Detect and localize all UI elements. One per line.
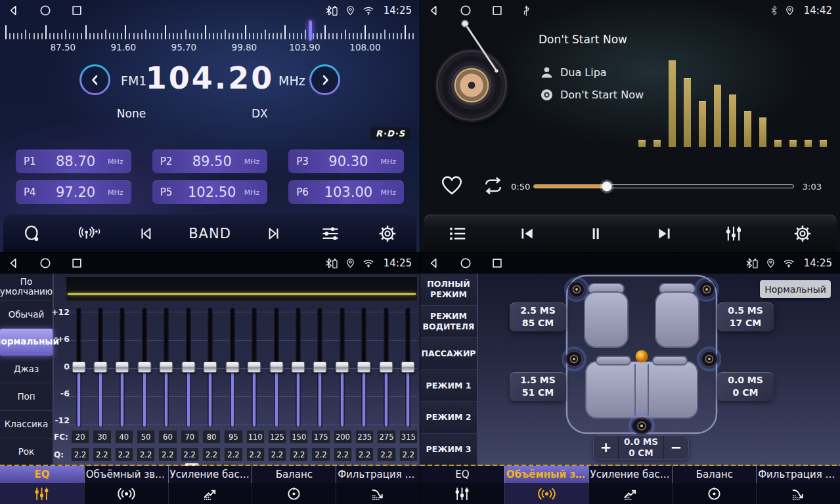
playlist-icon[interactable] xyxy=(443,225,473,242)
q-value[interactable]: 2.2 xyxy=(181,448,199,461)
eq-band-slider[interactable] xyxy=(267,308,285,427)
fc-value[interactable]: 315 xyxy=(399,430,418,444)
fc-value[interactable]: 175 xyxy=(311,430,330,444)
equalizer-settings-icon[interactable] xyxy=(718,225,749,242)
nav-home-icon[interactable] xyxy=(460,257,472,269)
nav-home-icon[interactable] xyxy=(460,5,472,16)
eq-preset-item[interactable]: Нормальный xyxy=(0,329,53,356)
eq-preset-item[interactable]: Поп xyxy=(0,383,53,411)
q-value[interactable]: 2.2 xyxy=(268,448,286,461)
band-button[interactable]: BAND xyxy=(188,226,231,242)
album-art-vinyl[interactable] xyxy=(436,50,507,121)
eq-preset-item[interactable]: Джаз xyxy=(0,356,53,384)
fc-value[interactable]: 20 xyxy=(71,430,89,444)
tune-up-button[interactable] xyxy=(309,64,340,95)
fc-value[interactable]: 80 xyxy=(202,430,221,444)
fc-value[interactable]: 110 xyxy=(246,430,265,444)
q-value[interactable]: 2.2 xyxy=(311,448,330,461)
scan-icon[interactable] xyxy=(17,224,47,243)
q-value[interactable]: 2.2 xyxy=(399,448,418,461)
eq-band-slider[interactable] xyxy=(202,308,219,427)
eq-band-slider[interactable] xyxy=(355,308,373,427)
q-value[interactable]: 2.2 xyxy=(93,448,111,461)
delay-rear-left-button[interactable]: 1.5 MS 51 CM xyxy=(510,372,566,401)
q-value[interactable]: 2.2 xyxy=(246,448,265,461)
q-value[interactable]: 2.2 xyxy=(290,448,308,461)
settings-gear-icon[interactable] xyxy=(372,224,403,243)
slider-handle[interactable] xyxy=(93,362,107,373)
q-value[interactable]: 2.2 xyxy=(377,448,395,461)
seek-bar[interactable] xyxy=(533,184,794,188)
q-value[interactable]: 2.2 xyxy=(202,448,221,461)
pause-icon[interactable] xyxy=(581,225,611,242)
listening-mode-item[interactable]: РЕЖИМ 3 xyxy=(420,434,477,466)
q-value[interactable]: 2.2 xyxy=(355,448,374,461)
q-value[interactable]: 2.2 xyxy=(137,448,155,461)
eq-band-slider[interactable] xyxy=(311,308,329,427)
tab-crossover[interactable]: Фильтрация ба... xyxy=(336,466,420,504)
delay-rear-right-button[interactable]: 0.0 MS 0 CM xyxy=(717,372,774,401)
eq-band-slider[interactable] xyxy=(223,308,241,427)
eq-band-slider[interactable] xyxy=(399,308,417,427)
slider-handle[interactable] xyxy=(225,362,239,373)
slider-handle[interactable] xyxy=(248,362,261,373)
fc-value[interactable]: 275 xyxy=(377,430,395,444)
eq-band-slider[interactable] xyxy=(158,308,175,427)
slider-handle[interactable] xyxy=(181,362,195,373)
fc-value[interactable]: 70 xyxy=(181,430,199,444)
slider-handle[interactable] xyxy=(379,362,393,373)
eq-preset-item[interactable]: Обычай xyxy=(0,301,53,329)
fc-value[interactable]: 235 xyxy=(355,430,374,444)
delay-decrease-button[interactable]: − xyxy=(664,436,688,459)
tab-crossover[interactable]: Фильтрация ба... xyxy=(756,466,840,504)
delay-front-right-button[interactable]: 0.5 MS 17 CM xyxy=(717,303,774,331)
tune-down-button[interactable] xyxy=(79,64,110,95)
next-station-icon[interactable] xyxy=(258,225,288,242)
preset-button-p6[interactable]: P6103.00MHz xyxy=(288,180,404,204)
equalizer-settings-icon[interactable] xyxy=(315,225,345,242)
eq-band-slider[interactable] xyxy=(114,308,131,427)
slider-handle[interactable] xyxy=(116,362,129,373)
tab-balance[interactable]: Баланс xyxy=(672,466,756,504)
tab-surround[interactable]: Объёмный звук xyxy=(84,466,168,504)
eq-band-slider[interactable] xyxy=(70,308,87,427)
previous-station-icon[interactable] xyxy=(131,225,162,242)
listening-mode-item[interactable]: РЕЖИМ 2 xyxy=(420,402,477,434)
nav-recents-icon[interactable] xyxy=(71,257,83,269)
delay-front-left-button[interactable]: 2.5 MS 85 CM xyxy=(510,303,566,331)
listening-mode-item[interactable]: ПОЛНЫЙ РЕЖИМ xyxy=(420,274,477,306)
q-value[interactable]: 2.2 xyxy=(224,448,242,461)
fc-value[interactable]: 200 xyxy=(334,430,352,444)
preset-button-p1[interactable]: P188.70MHz xyxy=(16,150,131,173)
slider-handle[interactable] xyxy=(137,362,151,373)
frequency-scale[interactable] xyxy=(5,24,414,39)
fc-value[interactable]: 150 xyxy=(290,430,308,444)
preset-button-p5[interactable]: P5102.50MHz xyxy=(152,180,268,204)
nav-home-icon[interactable] xyxy=(39,5,51,16)
tab-bass-boost[interactable]: Усиление басов xyxy=(168,466,252,504)
favorite-heart-icon[interactable] xyxy=(440,175,464,196)
stage-preset-button[interactable]: Нормальный xyxy=(760,280,831,298)
fc-value[interactable]: 30 xyxy=(93,430,111,444)
previous-track-icon[interactable] xyxy=(512,225,542,242)
tab-eq[interactable]: EQ xyxy=(0,466,84,504)
slider-handle[interactable] xyxy=(335,362,349,373)
fc-value[interactable]: 95 xyxy=(224,430,242,444)
eq-band-slider[interactable] xyxy=(91,308,109,427)
slider-handle[interactable] xyxy=(204,362,217,373)
dx-local-mode[interactable]: DX xyxy=(252,107,268,120)
eq-preset-item[interactable]: Классика xyxy=(0,411,53,438)
eq-band-slider[interactable] xyxy=(135,308,153,427)
eq-preset-item[interactable]: Рок xyxy=(0,438,53,466)
slider-handle[interactable] xyxy=(292,362,305,373)
q-value[interactable]: 2.2 xyxy=(158,448,177,461)
next-track-icon[interactable] xyxy=(650,225,680,242)
slider-handle[interactable] xyxy=(313,362,327,373)
eq-band-slider[interactable] xyxy=(290,308,307,427)
nav-recents-icon[interactable] xyxy=(491,257,503,269)
slider-handle[interactable] xyxy=(269,362,283,373)
tab-surround[interactable]: Объёмный звук xyxy=(504,466,588,504)
nav-home-icon[interactable] xyxy=(39,257,51,269)
listening-mode-item[interactable]: РЕЖИМ ВОДИТЕЛЯ xyxy=(420,306,477,338)
nav-back-icon[interactable] xyxy=(8,257,20,269)
